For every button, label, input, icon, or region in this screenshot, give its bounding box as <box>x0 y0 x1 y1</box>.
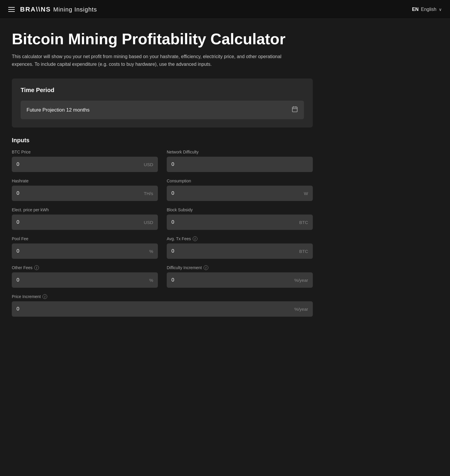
inputs-title: Inputs <box>12 137 313 144</box>
input-elect-price[interactable] <box>17 219 141 225</box>
input-group-difficulty-increment: Difficulty Incrementi%/year <box>167 265 313 288</box>
svg-rect-0 <box>292 107 297 112</box>
unit-consumption: W <box>304 191 308 196</box>
input-group-consumption: ConsumptionW <box>167 179 313 201</box>
input-wrapper-elect-price: USD <box>12 215 158 230</box>
input-hashrate[interactable] <box>17 190 141 196</box>
brand-name: BRA\\NS <box>20 6 51 13</box>
navbar-left: BRA\\NSMining Insights <box>8 6 97 13</box>
label-hashrate: Hashrate <box>12 179 158 183</box>
input-group-elect-price: Elect. price per kWhUSD <box>12 207 158 230</box>
input-group-avg-tx-fees: Avg. Tx FeesiBTC <box>167 236 313 259</box>
input-wrapper-btc-price: USD <box>12 157 158 172</box>
label-network-difficulty: Network Difficulty <box>167 150 313 154</box>
input-group-hashrate: HashrateTH/s <box>12 179 158 201</box>
label-price-increment: Price Incrementi <box>12 294 313 299</box>
unit-btc-price: USD <box>144 162 153 167</box>
input-group-pool-fee: Pool Fee% <box>12 236 158 259</box>
language-name: English <box>421 7 436 12</box>
label-other-fees: Other Feesi <box>12 265 158 270</box>
main-content: Bitcoin Mining Profitability Calculator … <box>0 19 325 350</box>
unit-avg-tx-fees: BTC <box>299 249 308 254</box>
input-group-price-increment: Price Incrementi%/year <box>12 294 313 317</box>
input-block-subsidy[interactable] <box>171 219 297 225</box>
page-title: Bitcoin Mining Profitability Calculator <box>12 31 313 48</box>
language-selector[interactable]: EN English ∨ <box>412 7 442 12</box>
input-btc-price[interactable] <box>17 161 141 167</box>
unit-difficulty-increment: %/year <box>294 278 308 283</box>
chevron-down-icon: ∨ <box>439 7 442 12</box>
input-price-increment[interactable] <box>17 306 292 312</box>
info-icon-other-fees[interactable]: i <box>34 265 39 270</box>
time-period-section: Time Period Future Projection 12 months <box>12 78 313 127</box>
inputs-section: Inputs BTC PriceUSDNetwork DifficultyHas… <box>12 137 313 323</box>
hamburger-menu-icon[interactable] <box>8 7 15 12</box>
logo: BRA\\NSMining Insights <box>20 6 97 13</box>
label-avg-tx-fees: Avg. Tx Feesi <box>167 236 313 241</box>
input-other-fees[interactable] <box>17 277 147 283</box>
info-icon-price-increment[interactable]: i <box>42 294 47 299</box>
info-icon-avg-tx-fees[interactable]: i <box>193 236 197 241</box>
input-wrapper-difficulty-increment: %/year <box>167 272 313 288</box>
input-wrapper-consumption: W <box>167 186 313 201</box>
label-consumption: Consumption <box>167 179 313 183</box>
label-difficulty-increment: Difficulty Incrementi <box>167 265 313 270</box>
unit-other-fees: % <box>149 278 153 283</box>
label-elect-price: Elect. price per kWh <box>12 207 158 212</box>
input-group-network-difficulty: Network Difficulty <box>167 150 313 172</box>
input-group-btc-price: BTC PriceUSD <box>12 150 158 172</box>
input-wrapper-price-increment: %/year <box>12 301 313 317</box>
label-btc-price: BTC Price <box>12 150 158 154</box>
input-group-block-subsidy: Block SubsidyBTC <box>167 207 313 230</box>
unit-price-increment: %/year <box>294 307 308 312</box>
input-wrapper-hashrate: TH/s <box>12 186 158 201</box>
label-pool-fee: Pool Fee <box>12 236 158 241</box>
input-consumption[interactable] <box>171 190 302 196</box>
app-name: Mining Insights <box>53 6 97 13</box>
unit-block-subsidy: BTC <box>299 220 308 225</box>
input-wrapper-block-subsidy: BTC <box>167 215 313 230</box>
inputs-grid: BTC PriceUSDNetwork DifficultyHashrateTH… <box>12 150 313 323</box>
input-wrapper-network-difficulty <box>167 157 313 172</box>
input-difficulty-increment[interactable] <box>171 277 292 283</box>
input-wrapper-other-fees: % <box>12 272 158 288</box>
calendar-icon <box>292 106 298 114</box>
input-wrapper-avg-tx-fees: BTC <box>167 243 313 259</box>
input-avg-tx-fees[interactable] <box>171 248 297 254</box>
unit-pool-fee: % <box>149 249 153 254</box>
navbar: BRA\\NSMining Insights EN English ∨ <box>0 0 450 19</box>
input-network-difficulty[interactable] <box>171 161 308 167</box>
input-wrapper-pool-fee: % <box>12 243 158 259</box>
info-icon-difficulty-increment[interactable]: i <box>204 265 208 270</box>
input-pool-fee[interactable] <box>17 248 147 254</box>
unit-hashrate: TH/s <box>144 191 153 196</box>
time-period-label: Future Projection 12 months <box>27 107 90 113</box>
unit-elect-price: USD <box>144 220 153 225</box>
label-block-subsidy: Block Subsidy <box>167 207 313 212</box>
language-code: EN <box>412 7 418 12</box>
input-group-other-fees: Other Feesi% <box>12 265 158 288</box>
time-period-selector[interactable]: Future Projection 12 months <box>21 101 304 119</box>
time-period-title: Time Period <box>21 87 304 94</box>
page-description: This calculator will show you your net p… <box>12 53 295 68</box>
